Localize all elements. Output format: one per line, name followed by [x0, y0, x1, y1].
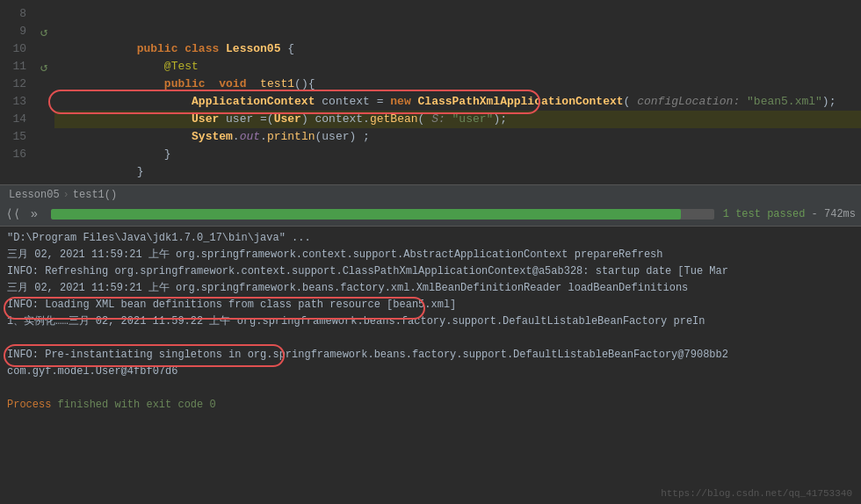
console-expand-icon[interactable]: »	[26, 206, 42, 222]
code-line-8	[54, 5, 861, 23]
test-time-text: - 742ms	[812, 208, 856, 220]
breadcrumb-lesson: Lesson05	[9, 189, 60, 201]
console-line-4: INFO: Loading XML bean definitions from …	[7, 297, 854, 313]
code-lines: public class Lesson05 { @Test public voi…	[54, 4, 861, 184]
gutter-10	[33, 40, 54, 58]
breadcrumb-sep: ›	[63, 189, 69, 201]
console-line-10: Process finished with exit code 0	[7, 397, 854, 414]
gutter-8	[33, 5, 54, 23]
gutter-16	[33, 146, 54, 163]
console-line-6	[7, 330, 854, 347]
code-line-9: public class Lesson05 {	[54, 23, 861, 40]
gutter-11[interactable]: ↺	[33, 58, 54, 76]
breadcrumb: Lesson05 › test1()	[0, 184, 861, 204]
breadcrumb-method: test1()	[73, 189, 117, 201]
line-num-10: 10	[0, 40, 26, 58]
console-output: "D:\Program Files\Java\jdk1.7.0_17\bin\j…	[0, 227, 861, 504]
test-result-label: 1 test passed - 742ms	[723, 208, 856, 220]
test-passed-text: 1 test passed	[723, 208, 806, 220]
console-toolbar: ⟨⟨ » 1 test passed - 742ms	[0, 202, 861, 227]
console-line-1: 三月 02, 2021 11:59:21 上午 org.springframew…	[7, 247, 854, 263]
gutter-13	[33, 93, 54, 111]
gutter-15	[33, 128, 54, 146]
console-line-2: INFO: Refreshing org.springframework.con…	[7, 263, 854, 280]
console-line-5: 1、实例化……三月 02, 2021 11:59:22 上午 org.sprin…	[7, 313, 854, 330]
line-num-15: 15	[0, 128, 26, 146]
console-line-9	[7, 380, 854, 397]
line-num-13: 13	[0, 93, 26, 111]
line-numbers: 8 9 10 11 12 13 14 15 16	[0, 4, 33, 184]
line-num-12: 12	[0, 76, 26, 93]
line-num-16: 16	[0, 146, 26, 163]
gutter: ↺ ↺	[33, 4, 54, 184]
watermark: https://blog.csdn.net/qq_41753340	[661, 488, 852, 499]
test-progress-bar	[51, 209, 714, 220]
gutter-12	[33, 76, 54, 93]
console-line-0: "D:\Program Files\Java\jdk1.7.0_17\bin\j…	[7, 230, 854, 247]
console-line-8: com.gyf.model.User@4fbf07d6	[7, 364, 854, 380]
line-num-14: 14	[0, 111, 26, 128]
progress-bar-fill	[51, 209, 681, 220]
console-line-3: 三月 02, 2021 11:59:21 上午 org.springframew…	[7, 280, 854, 297]
gutter-14	[33, 111, 54, 128]
gutter-9[interactable]: ↺	[33, 23, 54, 40]
console-section: ⟨⟨ » 1 test passed - 742ms "D:\Program F…	[0, 202, 861, 504]
console-line-7: INFO: Pre-instantiating singletons in or…	[7, 347, 854, 364]
editor-section: 8 9 10 11 12 13 14 15 16 ↺ ↺ pub	[0, 0, 861, 202]
line-num-9: 9	[0, 23, 26, 40]
line-num-8: 8	[0, 5, 26, 23]
console-icon-left[interactable]: ⟨⟨	[5, 206, 21, 222]
line-num-11: 11	[0, 58, 26, 76]
code-line-16: }	[54, 146, 861, 163]
